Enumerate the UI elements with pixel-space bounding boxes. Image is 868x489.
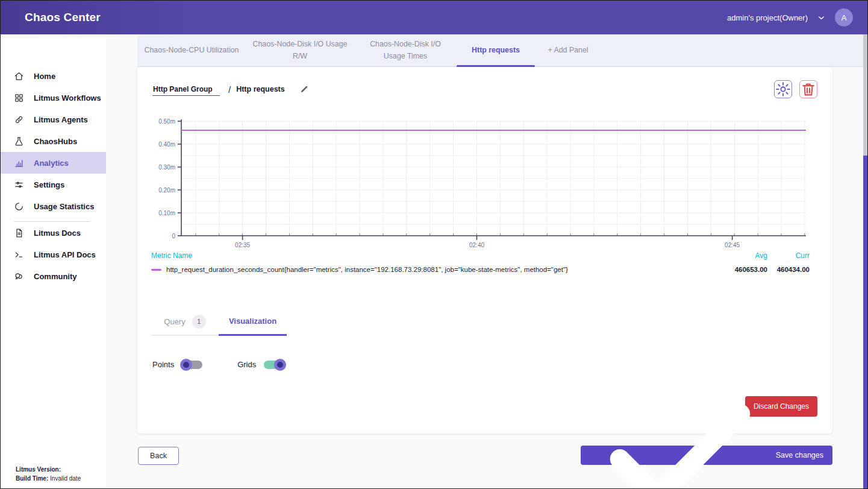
sidebar-item-litmus-api-docs[interactable]: Litmus API Docs <box>1 244 106 265</box>
app-header: Chaos Center admin's project(Owner) A <box>1 1 867 34</box>
loader-icon <box>14 201 24 212</box>
sidebar-item-analytics[interactable]: Analytics <box>1 152 106 174</box>
toggle-group-grids: Grids <box>237 360 284 369</box>
sidebar-item-label: Litmus Workflows <box>34 93 101 103</box>
tab-visualization-label: Visualization <box>229 317 276 326</box>
check-icon <box>590 365 770 489</box>
chat-icon <box>14 271 24 282</box>
grids-switch[interactable] <box>264 361 284 369</box>
pencil-icon[interactable] <box>299 84 309 94</box>
sidebar-item-litmus-workflows[interactable]: Litmus Workflows <box>1 87 106 109</box>
sidebar-nav: HomeLitmus WorkflowsLitmus AgentsChaosHu… <box>1 65 106 287</box>
chart-legend: Metric Name Avg Curr http_request_durati… <box>151 251 810 273</box>
sidebar-item-home[interactable]: Home <box>1 65 106 87</box>
series-metric-name: http_request_duration_seconds_count{hand… <box>166 266 725 273</box>
legend-rows: http_request_duration_seconds_count{hand… <box>151 266 810 273</box>
panel-tab-label: Chaos-Node-CPU Utilization <box>144 45 239 56</box>
avatar[interactable]: A <box>835 8 853 27</box>
sidebar-item-label: Analytics <box>34 159 69 168</box>
version-label: Litmus Version: <box>16 466 61 473</box>
gear-icon <box>775 81 792 98</box>
bar-chart-icon <box>14 158 24 168</box>
panel-tabs: Chaos-Node-CPU UtilizationChaos-Node-Dis… <box>137 34 867 67</box>
app-root: Chaos Center admin's project(Owner) A Ho… <box>0 0 868 489</box>
toggle-label: Points <box>152 360 174 369</box>
pencil-icon <box>299 84 309 94</box>
panel-tab-label: Chaos-Node-Disk I/O Usage R/W <box>252 39 348 62</box>
panel-tab-http-requests[interactable]: Http requests <box>457 34 535 66</box>
svg-text:0.20m: 0.20m <box>158 187 175 194</box>
series-avg-value: 460653.00 <box>725 266 767 273</box>
chevron-down-icon[interactable] <box>817 13 826 22</box>
tab-visualization[interactable]: Visualization <box>219 308 287 336</box>
panel-settings-button[interactable] <box>774 80 792 98</box>
sidebar-item-label: Litmus Agents <box>34 115 88 124</box>
scrollbar-thumb[interactable] <box>863 156 867 488</box>
build-time-value: Invalid date <box>48 475 81 482</box>
panel-tab-chaos-node-disk-i-o-usage-times[interactable]: Chaos-Node-Disk I/O Usage Times <box>354 34 457 66</box>
sidebar-item-chaoshubs[interactable]: ChaosHubs <box>1 130 106 152</box>
project-selector[interactable]: admin's project(Owner) <box>727 13 808 22</box>
panel-tab-chaos-node-disk-i-o-usage-r-w[interactable]: Chaos-Node-Disk I/O Usage R/W <box>246 34 354 66</box>
add-panel-tab[interactable]: + Add Panel <box>535 34 601 66</box>
sidebar-item-settings[interactable]: Settings <box>1 174 106 195</box>
svg-text:0.10m: 0.10m <box>158 210 175 216</box>
save-changes-button[interactable]: Save changes <box>581 446 832 465</box>
tab-query-label: Query <box>164 317 185 326</box>
sidebar-item-litmus-agents[interactable]: Litmus Agents <box>1 109 106 130</box>
main-area: Chaos-Node-CPU UtilizationChaos-Node-Dis… <box>106 34 867 488</box>
legend-avg-header: Avg <box>725 251 767 260</box>
series-curr-value: 460434.00 <box>767 266 810 273</box>
sidebar-item-litmus-docs[interactable]: Litmus Docs <box>1 222 106 244</box>
build-time-label: Build Time: <box>16 475 48 482</box>
series-color-dash <box>151 269 161 271</box>
panel-name: Http requests <box>236 85 285 93</box>
sidebar-item-label: Home <box>34 72 55 81</box>
svg-text:02:40: 02:40 <box>469 242 484 248</box>
breadcrumb-separator: / <box>228 84 231 95</box>
sidebar-item-label: Litmus API Docs <box>34 250 96 259</box>
panel-tab-label: Chaos-Node-Disk I/O Usage Times <box>360 39 451 62</box>
panel-delete-button[interactable] <box>799 80 817 98</box>
link-icon <box>14 115 24 125</box>
page-scrollbar <box>863 34 867 488</box>
svg-text:0.50m: 0.50m <box>158 118 175 125</box>
back-button[interactable]: Back <box>138 447 179 465</box>
svg-text:02:45: 02:45 <box>725 242 740 248</box>
trash-icon <box>800 81 817 98</box>
legend-header: Metric Name Avg Curr <box>151 251 810 260</box>
editor-subtabs: Query 1 Visualization <box>151 308 287 336</box>
footer-actions: Back Save changes <box>137 446 832 467</box>
panel-tab-label: + Add Panel <box>548 45 588 56</box>
switch-knob <box>180 359 192 371</box>
svg-text:0.30m: 0.30m <box>158 164 175 171</box>
panel-tab-chaos-node-cpu-utilization[interactable]: Chaos-Node-CPU Utilization <box>137 34 246 66</box>
panel-editor-header: / Http requests <box>152 80 817 98</box>
legend-title: Metric Name <box>151 251 725 260</box>
svg-text:0.40m: 0.40m <box>158 141 175 148</box>
flask-icon <box>14 136 24 147</box>
toggle-label: Grids <box>237 360 256 369</box>
chevron-down-icon <box>817 13 826 22</box>
toggle-group-points: Points <box>152 360 202 369</box>
sidebar-item-usage-statistics[interactable]: Usage Statistics <box>1 195 106 217</box>
sidebar-item-label: Settings <box>34 180 64 189</box>
sidebar-item-label: Litmus Docs <box>34 229 81 238</box>
sidebar-item-label: Usage Statistics <box>34 202 94 211</box>
metrics-chart: 0.50m0.40m0.30m0.20m0.10m002:3502:4002:4… <box>146 116 809 255</box>
panel-tab-label: Http requests <box>472 45 520 56</box>
sidebar-item-label: ChaosHubs <box>34 137 77 146</box>
visualization-toggles: PointsGrids <box>152 360 284 369</box>
legend-series-row: http_request_duration_seconds_count{hand… <box>151 266 810 273</box>
svg-text:0: 0 <box>172 233 175 239</box>
sidebar-item-label: Community <box>34 272 77 281</box>
switch-knob <box>274 359 286 371</box>
panel-group-name-input[interactable] <box>152 83 220 96</box>
app-title: Chaos Center <box>25 11 101 24</box>
workflows-icon <box>14 93 24 103</box>
tab-query[interactable]: Query 1 <box>151 308 219 336</box>
sidebar-footer: Litmus Version: Build Time: Invalid date <box>16 465 81 483</box>
sidebar-item-community[interactable]: Community <box>1 265 106 287</box>
sidebar: HomeLitmus WorkflowsLitmus AgentsChaosHu… <box>1 34 106 488</box>
points-switch[interactable] <box>182 361 202 369</box>
